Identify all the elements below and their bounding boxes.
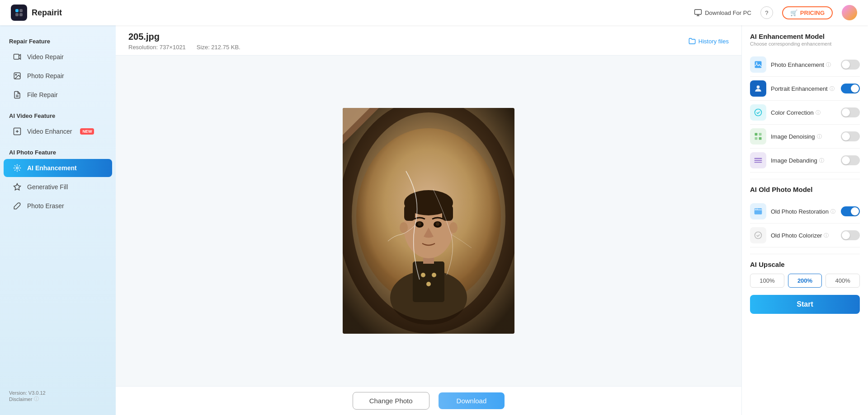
start-button[interactable]: Start	[750, 295, 860, 314]
svg-point-12	[16, 167, 19, 169]
sidebar-item-photo-repair[interactable]: Photo Repair	[4, 67, 112, 85]
old-photo-svg	[343, 108, 514, 334]
svg-point-28	[449, 222, 458, 233]
feature-row-photo-enhancement: Photo Enhancement ⓘ	[750, 53, 860, 77]
help-icon[interactable]: ?	[760, 6, 773, 19]
topnav-left: Repairit	[11, 5, 62, 21]
panel-divider-1	[750, 179, 860, 179]
main-layout: Repair Feature Video Repair Photo Repair…	[0, 25, 868, 415]
video-enhancer-icon	[13, 127, 22, 136]
sidebar-item-label-photo-eraser: Photo Eraser	[27, 202, 64, 210]
version-label: Version: V3.0.12	[9, 390, 107, 396]
feature-row-image-denoising: Image Denoising ⓘ	[750, 125, 860, 149]
sidebar-item-video-repair[interactable]: Video Repair	[4, 48, 112, 66]
sidebar-item-label-generative-fill: Generative Fill	[27, 183, 68, 191]
image-denoising-info[interactable]: ⓘ	[817, 133, 822, 140]
svg-rect-26	[442, 205, 453, 221]
image-debanding-icon	[750, 152, 766, 168]
new-badge: NEW	[80, 128, 94, 135]
feature-row-image-debanding: Image Debanding ⓘ	[750, 149, 860, 173]
feature-row-old-photo-colorizer: Old Photo Colorizer ⓘ	[750, 224, 860, 247]
action-bar: Change Photo Download	[116, 386, 741, 415]
image-debanding-toggle[interactable]	[841, 155, 860, 165]
sidebar-item-photo-eraser[interactable]: Photo Eraser	[4, 197, 112, 215]
old-photo-restoration-icon	[750, 203, 766, 219]
topnav-right: Download For PC ? 🛒 PRICING	[694, 5, 857, 20]
old-photo-restoration-label-wrap: Old Photo Restoration ⓘ	[771, 208, 836, 215]
photo-enhancement-toggle[interactable]	[841, 60, 860, 70]
upscale-options: 100% 200% 400%	[750, 274, 860, 288]
change-photo-button[interactable]: Change Photo	[353, 392, 429, 410]
sidebar-item-label-video-repair: Video Repair	[27, 53, 64, 61]
upscale-title: AI Upscale	[750, 261, 860, 268]
feature-row-color-correction: Color Correction ⓘ	[750, 101, 860, 125]
svg-point-27	[400, 222, 408, 233]
right-panel-inner: AI Enhancement Model Choose correspondin…	[742, 25, 868, 321]
disclaimer-link[interactable]: Disclaimer ⓘ	[9, 396, 107, 402]
svg-rect-3	[15, 13, 19, 16]
panel-divider-2	[750, 254, 860, 254]
svg-rect-6	[14, 54, 19, 59]
upscale-200-button[interactable]: 200%	[788, 274, 822, 288]
ai-enhancement-model-subtitle: Choose corresponding enhancement	[750, 41, 860, 47]
download-pc-button[interactable]: Download For PC	[694, 9, 751, 17]
color-correction-info[interactable]: ⓘ	[816, 109, 821, 116]
sidebar-ai-video-section-label: AI Video Feature	[0, 109, 116, 122]
svg-rect-40	[755, 133, 758, 136]
svg-rect-4	[19, 13, 23, 16]
old-photo-restoration-info[interactable]: ⓘ	[830, 208, 835, 215]
pricing-button[interactable]: 🛒 PRICING	[782, 6, 833, 19]
color-correction-icon	[750, 104, 766, 121]
svg-rect-5	[695, 9, 702, 14]
upscale-400-button[interactable]: 400%	[826, 274, 860, 288]
svg-rect-0	[14, 8, 24, 18]
photo-eraser-icon	[13, 201, 22, 210]
file-meta: Resolution: 737×1021 Size: 212.75 KB.	[128, 44, 241, 51]
pricing-cart-icon: 🛒	[790, 9, 797, 16]
sidebar-item-file-repair[interactable]: File Repair	[4, 86, 112, 104]
old-photo-colorizer-icon	[750, 227, 766, 243]
svg-point-39	[755, 109, 762, 116]
sidebar-item-ai-enhancement[interactable]: AI Enhancement	[4, 159, 112, 177]
image-denoising-label: Image Denoising	[771, 133, 815, 140]
sidebar-item-video-enhancer[interactable]: Video Enhancer NEW	[4, 122, 112, 140]
color-correction-toggle[interactable]	[841, 107, 860, 117]
old-photo-restoration-toggle[interactable]	[841, 206, 860, 216]
color-correction-label: Color Correction	[771, 109, 814, 116]
sidebar-item-generative-fill[interactable]: Generative Fill	[4, 178, 112, 196]
portrait-enhancement-label-wrap: Portrait Enhancement ⓘ	[771, 85, 836, 92]
svg-point-8	[15, 74, 16, 75]
image-denoising-toggle[interactable]	[841, 131, 860, 141]
disclaimer-info-icon: ⓘ	[34, 396, 39, 402]
svg-point-31	[418, 222, 421, 226]
sidebar-ai-photo-section-label: AI Photo Feature	[0, 145, 116, 159]
svg-rect-1	[15, 9, 19, 12]
svg-rect-25	[404, 205, 415, 221]
portrait-enhancement-toggle[interactable]	[841, 84, 860, 93]
old-photo-colorizer-toggle[interactable]	[841, 230, 860, 240]
svg-point-45	[755, 209, 756, 210]
image-container	[343, 108, 514, 334]
photo-enhancement-icon	[750, 56, 766, 73]
file-name: 205.jpg	[128, 32, 241, 42]
sidebar-item-label-video-enhancer: Video Enhancer	[27, 128, 72, 135]
history-link[interactable]: History files	[689, 37, 729, 45]
old-photo-colorizer-label-wrap: Old Photo Colorizer ⓘ	[771, 232, 836, 239]
image-debanding-info[interactable]: ⓘ	[819, 157, 824, 164]
portrait-enhancement-icon	[750, 80, 766, 97]
photo-enhancement-info[interactable]: ⓘ	[826, 61, 831, 68]
photo-enhancement-label-wrap: Photo Enhancement ⓘ	[771, 61, 836, 68]
download-button[interactable]: Download	[439, 392, 505, 409]
file-resolution: Resolution: 737×1021	[128, 44, 186, 51]
old-photo-colorizer-info[interactable]: ⓘ	[824, 232, 829, 239]
upscale-100-button[interactable]: 100%	[750, 274, 784, 288]
portrait-enhancement-label: Portrait Enhancement	[771, 85, 828, 92]
avatar[interactable]	[842, 5, 857, 20]
old-photo-colorizer-label: Old Photo Colorizer	[771, 232, 822, 239]
svg-rect-42	[755, 137, 758, 140]
photo-enhancement-label: Photo Enhancement	[771, 61, 824, 68]
photo-repair-icon	[13, 71, 22, 80]
portrait-enhancement-info[interactable]: ⓘ	[830, 85, 835, 92]
ai-enhancement-icon	[13, 163, 22, 173]
svg-rect-36	[755, 61, 762, 68]
